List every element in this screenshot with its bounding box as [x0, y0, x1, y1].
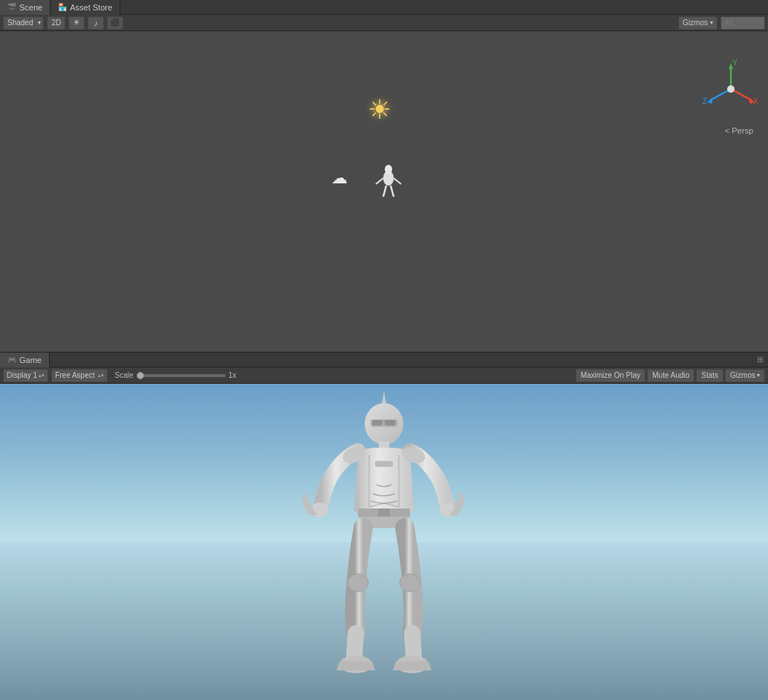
- stats-label: Stats: [701, 371, 718, 379]
- scale-value: 1x: [229, 371, 237, 379]
- aspect-label: Free Aspect: [55, 371, 94, 379]
- svg-text:Y: Y: [732, 59, 738, 67]
- gizmos-game-button[interactable]: Gizmos ▾: [725, 369, 765, 382]
- scene-tab-bar: 🎬 Scene 🏪 Asset Store: [0, 0, 768, 15]
- scale-slider[interactable]: [137, 374, 226, 377]
- aspect-select[interactable]: Free Aspect: [51, 369, 107, 382]
- persp-label: < Persp: [725, 126, 753, 135]
- gizmos-game-label: Gizmos: [730, 371, 755, 379]
- gizmos-button[interactable]: Gizmos ▾: [678, 16, 717, 30]
- game-tab-icon: 🎮: [7, 356, 16, 364]
- mute-audio-button[interactable]: Mute Audio: [647, 369, 694, 382]
- tab-game[interactable]: 🎮 Game: [0, 353, 50, 367]
- stats-button[interactable]: Stats: [696, 369, 723, 382]
- 2d-label: 2D: [51, 19, 61, 27]
- svg-rect-50: [378, 508, 390, 517]
- scale-label: Scale: [115, 371, 134, 379]
- scene-toolbar: Shaded 2D ☀ ♪ ⬛ Gizmos ▾: [0, 15, 768, 31]
- 2d-button[interactable]: 2D: [47, 16, 65, 30]
- svg-rect-45: [372, 420, 383, 425]
- cloud-icon: ☁: [331, 169, 348, 188]
- gizmos-area: Gizmos ▾: [678, 16, 765, 30]
- asset-store-tab-icon: 🏪: [58, 3, 67, 11]
- svg-line-28: [394, 178, 401, 184]
- svg-point-26: [385, 165, 392, 174]
- svg-rect-46: [385, 420, 395, 425]
- game-panel: 🎮 Game ⊞ Display 1 Free Aspect Scale 1x …: [0, 353, 768, 700]
- sun-icon: ☀: [368, 94, 391, 125]
- gizmos-game-dropdown-icon: ▾: [757, 372, 760, 379]
- asset-store-tab-label: Asset Store: [70, 3, 112, 12]
- game-tab-label: Game: [19, 356, 42, 364]
- effects-icon: ⬛: [110, 18, 120, 27]
- maximize-on-play-button[interactable]: Maximize On Play: [576, 369, 646, 382]
- svg-text:X: X: [753, 97, 758, 105]
- audio-button[interactable]: ♪: [88, 16, 104, 30]
- svg-text:Z: Z: [703, 97, 707, 105]
- display-select[interactable]: Display 1: [3, 369, 48, 382]
- game-right-toolbar: Maximize On Play Mute Audio Stats Gizmos…: [576, 369, 765, 382]
- scene-tab-label: Scene: [19, 3, 42, 12]
- shading-dropdown[interactable]: Shaded: [3, 16, 44, 30]
- scene-viewport: .grid-line { stroke: rgba(120,120,120,0.…: [0, 31, 768, 352]
- scene-search-input[interactable]: [720, 16, 765, 30]
- game-character-3d: [280, 384, 488, 678]
- tab-scene[interactable]: 🎬 Scene: [0, 0, 51, 15]
- axis-gizmo: Y X Z: [701, 59, 761, 119]
- maximize-on-play-label: Maximize On Play: [581, 371, 641, 379]
- mute-audio-label: Mute Audio: [652, 371, 689, 379]
- scale-slider-thumb: [137, 372, 144, 379]
- svg-point-56: [400, 574, 420, 592]
- svg-point-55: [348, 574, 368, 592]
- panel-maximize-icon[interactable]: ⊞: [757, 355, 768, 364]
- scale-slider-container: 1x: [137, 371, 237, 379]
- lighting-button[interactable]: ☀: [68, 16, 85, 30]
- svg-line-29: [383, 186, 386, 197]
- gizmos-dropdown-icon: ▾: [710, 19, 713, 26]
- shading-label: Shaded: [7, 19, 33, 27]
- tab-asset-store[interactable]: 🏪 Asset Store: [51, 0, 120, 15]
- scene-character: [370, 156, 407, 215]
- svg-rect-48: [375, 461, 393, 467]
- game-viewport: [0, 384, 768, 700]
- sun-small-icon: ☀: [73, 18, 80, 27]
- display-label: Display 1: [7, 371, 37, 379]
- scene-tab-icon: 🎬: [7, 3, 16, 11]
- svg-line-27: [376, 178, 383, 184]
- scene-panel: 🎬 Scene 🏪 Asset Store Shaded 2D ☀ ♪ ⬛: [0, 0, 768, 353]
- audio-icon: ♪: [94, 19, 99, 27]
- game-toolbar: Display 1 Free Aspect Scale 1x Maximize …: [0, 367, 768, 384]
- scene-grid: .grid-line { stroke: rgba(120,120,120,0.…: [0, 31, 223, 143]
- svg-line-30: [391, 186, 394, 197]
- svg-point-40: [727, 85, 735, 93]
- effects-button[interactable]: ⬛: [107, 16, 123, 30]
- game-tab-bar: 🎮 Game ⊞: [0, 353, 768, 367]
- gizmos-label: Gizmos: [683, 19, 708, 27]
